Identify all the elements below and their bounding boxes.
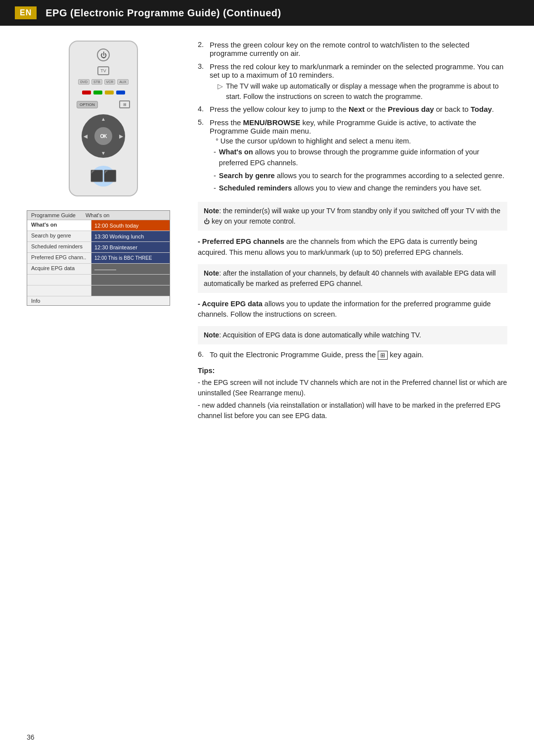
note-2-bold: Note bbox=[204, 269, 219, 277]
page-title: EPG (Electronic Programme Guide) (Contin… bbox=[45, 7, 281, 19]
epg-label-search: Search by genre bbox=[27, 231, 91, 241]
option-row: OPTION ⊞ bbox=[75, 100, 132, 108]
step-5-text: Press the MENU/BROWSE key, while Program… bbox=[210, 118, 476, 135]
step-2-number: 2. bbox=[198, 41, 206, 57]
step-5-sublist: - What's on allows you to browse through… bbox=[214, 147, 507, 194]
epg-value-acquire: ———— bbox=[91, 264, 170, 274]
right-column: 2. Press the green colour key on the rem… bbox=[198, 41, 507, 423]
epg-row-empty1 bbox=[27, 275, 170, 285]
page-header: EN EPG (Electronic Programme Guide) (Con… bbox=[0, 0, 534, 26]
epg-row-whats-on: What's on 12:00 South today bbox=[27, 220, 170, 231]
epg-row-empty2 bbox=[27, 285, 170, 296]
step-3-text: Press the red colour key to mark/unmark … bbox=[210, 62, 503, 79]
option-button: OPTION bbox=[77, 101, 98, 108]
step-3-body: Press the red colour key to mark/unmark … bbox=[210, 62, 507, 102]
stb-button: STB bbox=[91, 79, 102, 85]
tips-section: Tips: - the EPG screen will not include … bbox=[198, 367, 507, 421]
note-3-bold: Note bbox=[204, 331, 219, 339]
remote-illustration: ⏻ TV DVD STB VCR AUX bbox=[27, 41, 180, 196]
note-3: Note: Acquisition of EPG data is done au… bbox=[198, 326, 507, 344]
note-1-bold: Note bbox=[204, 207, 219, 215]
subpoint-search-genre: - Search by genre allows you to search f… bbox=[214, 171, 507, 182]
tv-label: TV bbox=[100, 68, 106, 73]
step-5-number: 5. bbox=[198, 118, 206, 196]
step-5-degree-note: ° Use the cursor up/down to highlight an… bbox=[216, 137, 507, 145]
tips-list: - the EPG screen will not include TV cha… bbox=[198, 378, 507, 421]
aux-button: AUX bbox=[117, 79, 128, 85]
epg-screen-header: Programme Guide What's on bbox=[27, 211, 170, 220]
epg-quit-icon: ⊞ bbox=[378, 351, 388, 360]
epg-header-col2: What's on bbox=[86, 212, 110, 218]
epg-label-whats-on: What's on bbox=[27, 220, 91, 231]
dpad-right: ▶ bbox=[119, 134, 123, 139]
epg-label-reminders: Scheduled reminders bbox=[27, 242, 91, 252]
step-3-number: 3. bbox=[198, 62, 206, 102]
epg-value-preferred: 12:00 This is BBC THREE bbox=[91, 253, 170, 263]
step-4: 4. Press the yellow colour key to jump t… bbox=[198, 105, 507, 113]
epg-row-reminders: Scheduled reminders 12:30 Brainteaser bbox=[27, 242, 170, 253]
book-icon: ⬛⬛ bbox=[90, 170, 117, 183]
left-column: ⏻ TV DVD STB VCR AUX bbox=[27, 41, 180, 423]
epg-button: ⬛⬛ bbox=[91, 166, 115, 187]
epg-footer: Info bbox=[27, 296, 170, 305]
page-number: 36 bbox=[27, 733, 35, 741]
vcr-button: VCR bbox=[104, 79, 116, 85]
epg-screen: Programme Guide What's on What's on 12:0… bbox=[27, 210, 170, 306]
step-6: 6. To quit the Electronic Programme Guid… bbox=[198, 350, 507, 359]
power-symbol-inline: ⏻ bbox=[204, 217, 210, 226]
step-3-note-text: The TV will wake up automatically or dis… bbox=[226, 81, 507, 102]
step-3: 3. Press the red colour key to mark/unma… bbox=[198, 62, 507, 102]
page-content: ⏻ TV DVD STB VCR AUX bbox=[0, 41, 534, 423]
note-1-text: : the reminder(s) will wake up your TV f… bbox=[204, 207, 500, 225]
dpad-left: ◀ bbox=[84, 134, 88, 139]
power-icon: ⏻ bbox=[100, 51, 107, 59]
dpad-ring: ▲ ▼ ◀ ▶ OK bbox=[82, 114, 125, 158]
step-5-body: Press the MENU/BROWSE key, while Program… bbox=[210, 118, 507, 196]
tip-2: - new added channels (via reinstallation… bbox=[198, 400, 507, 421]
step-4-number: 4. bbox=[198, 105, 206, 113]
step-2-text: Press the green colour key on the remote… bbox=[210, 41, 507, 57]
language-badge: EN bbox=[15, 6, 37, 19]
step-6-text: To quit the Electronic Programme Guide, … bbox=[210, 350, 424, 359]
dpad-up: ▲ bbox=[101, 116, 106, 122]
green-button bbox=[93, 91, 102, 94]
tip-1: - the EPG screen will not include TV cha… bbox=[198, 378, 507, 398]
epg-value-whats-on: 12:00 South today bbox=[91, 220, 170, 231]
tips-header: Tips: bbox=[198, 367, 507, 375]
epg-header-col1: Programme Guide bbox=[31, 212, 76, 218]
preferred-epg-para: - Preferred EPG channels are the channel… bbox=[198, 236, 507, 258]
acquire-epg-para: - Acquire EPG data allows you to update … bbox=[198, 299, 507, 321]
step-2: 2. Press the green colour key on the rem… bbox=[198, 41, 507, 57]
dpad: ▲ ▼ ◀ ▶ OK bbox=[82, 114, 125, 158]
yellow-button bbox=[105, 91, 114, 94]
step-4-text: Press the yellow colour key to jump to t… bbox=[210, 105, 494, 113]
ok-button: OK bbox=[94, 127, 112, 145]
step-6-number: 6. bbox=[198, 350, 206, 359]
epg-value-reminders: 12:30 Brainteaser bbox=[91, 242, 170, 252]
dvd-button: DVD bbox=[78, 79, 89, 85]
color-buttons bbox=[82, 91, 125, 94]
power-button: ⏻ bbox=[97, 48, 110, 61]
remote-control: ⏻ TV DVD STB VCR AUX bbox=[69, 41, 138, 196]
source-buttons-row: DVD STB VCR AUX bbox=[78, 79, 129, 85]
note-3-text: : Acquisition of EPG data is done automa… bbox=[219, 331, 421, 339]
note-2-text: : after the installation of your channel… bbox=[204, 269, 496, 287]
epg-label-preferred: Preferred EPG chann.. bbox=[27, 253, 91, 263]
dpad-down: ▼ bbox=[101, 150, 106, 156]
tv-button: TV bbox=[97, 66, 109, 75]
step-3-note: ▷ The TV will wake up automatically or d… bbox=[218, 81, 507, 102]
subpoint-reminders: - Scheduled reminders allows you to view… bbox=[214, 183, 507, 194]
epg-label-acquire: Acquire EPG data bbox=[27, 264, 91, 274]
subpoint-whats-on: - What's on allows you to browse through… bbox=[214, 147, 507, 169]
epg-row-acquire: Acquire EPG data ———— bbox=[27, 264, 170, 275]
blue-button bbox=[116, 91, 125, 94]
tv-small-button: ⊞ bbox=[119, 100, 130, 108]
step-5: 5. Press the MENU/BROWSE key, while Prog… bbox=[198, 118, 507, 196]
red-button bbox=[82, 91, 91, 94]
epg-value-search: 13:30 Working lunch bbox=[91, 231, 170, 241]
epg-row-search: Search by genre 13:30 Working lunch bbox=[27, 231, 170, 242]
epg-row-preferred: Preferred EPG chann.. 12:00 This is BBC … bbox=[27, 253, 170, 264]
note-1: Note: the reminder(s) will wake up your … bbox=[198, 202, 507, 231]
note-2: Note: after the installation of your cha… bbox=[198, 264, 507, 293]
